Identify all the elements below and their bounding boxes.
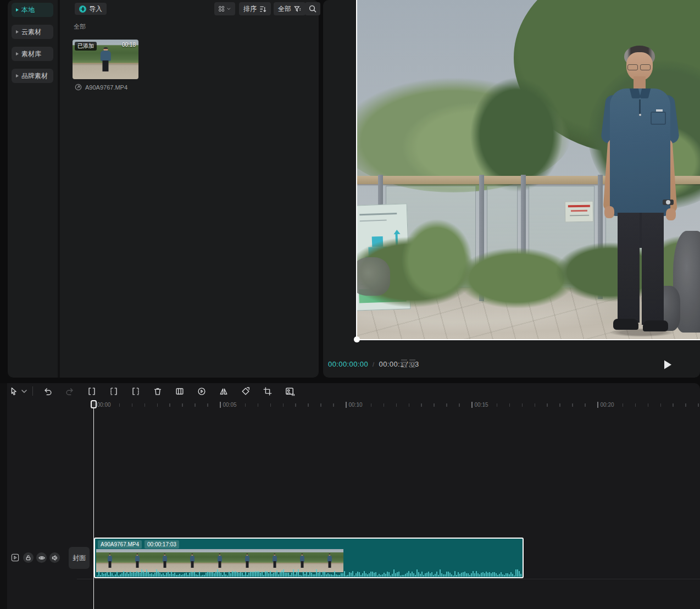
- main-track-icon: [11, 553, 20, 562]
- waveform-bar: [266, 571, 268, 577]
- ruler-tick: [119, 403, 120, 407]
- mute-track-button[interactable]: [49, 552, 60, 563]
- waveform-bar: [492, 572, 493, 577]
- import-button[interactable]: 导入: [75, 3, 107, 15]
- waveform-bar: [168, 572, 169, 577]
- waveform-bar: [367, 574, 368, 577]
- freeze-frame-button[interactable]: [173, 384, 187, 398]
- caret-right-icon: [16, 8, 19, 12]
- clip-duration: 00:00:17:03: [145, 540, 179, 549]
- crop-button[interactable]: [260, 384, 275, 398]
- sidebar-tab-material-library[interactable]: 素材库: [12, 47, 53, 61]
- delete-button[interactable]: [151, 384, 165, 398]
- waveform-bar: [295, 574, 296, 577]
- play-button[interactable]: [662, 358, 674, 370]
- waveform-bar: [415, 575, 416, 577]
- ruler-tick: [295, 403, 296, 407]
- waveform-bar: [392, 574, 393, 577]
- waveform-bar: [395, 573, 396, 577]
- redo-button[interactable]: [63, 384, 77, 398]
- caret-right-icon: [16, 52, 19, 56]
- waveform-bar: [174, 573, 175, 577]
- waveform-bar: [407, 573, 408, 577]
- split-delete-left-button[interactable]: [107, 384, 121, 398]
- cover-button[interactable]: 封面: [69, 547, 90, 569]
- undo-button[interactable]: [41, 384, 55, 398]
- waveform-bar: [293, 569, 294, 577]
- playhead-handle[interactable]: [91, 400, 97, 408]
- waveform-bar: [131, 573, 132, 577]
- clip-name: A90A9767.MP4: [98, 540, 142, 549]
- media-card[interactable]: 已添加 00:18: [73, 40, 138, 79]
- waveform-bar: [271, 574, 273, 577]
- waveform-bar: [403, 575, 404, 577]
- sort-button[interactable]: 排序: [239, 2, 271, 15]
- app-window: 本地 云素材 素材库 品牌素材 导入: [0, 0, 700, 609]
- waveform-bar: [446, 572, 447, 577]
- waveform-bar: [502, 574, 503, 577]
- waveform-bar: [347, 575, 348, 577]
- waveform-bar: [102, 573, 103, 577]
- filter-button[interactable]: 全部: [274, 2, 305, 15]
- search-button[interactable]: [305, 2, 320, 15]
- split-icon: [87, 386, 97, 396]
- mini-person: [218, 553, 222, 568]
- mini-person-legs: [102, 60, 109, 71]
- waveform-bar: [98, 571, 99, 577]
- waveform-bar: [224, 572, 225, 577]
- sidebar-tab-label: 本地: [21, 5, 35, 15]
- lock-track-button[interactable]: [23, 552, 34, 563]
- split-delete-right-button[interactable]: [129, 384, 143, 398]
- waveform-bar: [412, 572, 413, 577]
- split-button[interactable]: [85, 384, 99, 398]
- reverse-button[interactable]: [195, 384, 209, 398]
- ruler-tick: [195, 403, 196, 407]
- hide-track-button[interactable]: [36, 552, 47, 563]
- ruler-tick: [245, 403, 246, 407]
- play-icon: [664, 360, 672, 369]
- waveform-bar: [149, 574, 151, 577]
- waveform-bar: [250, 572, 251, 577]
- sidebar-tab-local[interactable]: 本地: [12, 3, 53, 17]
- waveform-bar: [275, 572, 276, 577]
- waveform-bar: [265, 571, 266, 577]
- smart-cutout-button[interactable]: [282, 384, 297, 398]
- ruler-tick: [497, 403, 498, 407]
- waveform-bar: [126, 572, 127, 577]
- waveform-bar: [379, 574, 380, 577]
- sidebar-tab-brand-material[interactable]: 品牌素材: [12, 69, 53, 83]
- view-mode-button[interactable]: [214, 2, 235, 15]
- waveform-bar: [163, 573, 164, 577]
- sidebar-tab-cloud-material[interactable]: 云素材: [12, 25, 53, 39]
- playhead-line[interactable]: [93, 408, 95, 609]
- waveform-bar: [388, 572, 390, 577]
- waveform-bar: [146, 569, 147, 577]
- waveform-bar: [227, 575, 228, 577]
- waveform-bar: [380, 575, 381, 577]
- waveform-bar: [491, 573, 492, 577]
- timeline-ruler[interactable]: 00:0000:0500:1000:1500:20: [0, 400, 700, 413]
- rotate-button[interactable]: [238, 384, 253, 398]
- waveform-bar: [469, 575, 470, 577]
- waveform-bar: [151, 573, 152, 577]
- media-filename-row: A90A9767.MP4: [75, 84, 127, 91]
- select-tool-dropdown[interactable]: [20, 384, 29, 398]
- display-columns-icon[interactable]: [401, 359, 415, 369]
- waveform-bar: [517, 569, 518, 577]
- waveform-bar: [362, 573, 363, 577]
- ruler-tick: [107, 403, 108, 407]
- waveform-bar: [252, 572, 253, 577]
- waveform-bar: [512, 574, 513, 577]
- video-canvas[interactable]: [356, 0, 700, 340]
- mirror-button[interactable]: [216, 384, 231, 398]
- waveform-bar: [458, 572, 459, 577]
- waveform-bar: [145, 573, 146, 577]
- mini-person-body: [163, 556, 167, 562]
- select-tool-button[interactable]: [7, 384, 21, 398]
- mini-person: [245, 553, 249, 568]
- timeline-clip[interactable]: A90A9767.MP4 00:00:17:03: [94, 538, 524, 578]
- waveform-bar: [179, 574, 180, 577]
- mini-person-body: [100, 51, 110, 61]
- split-left-icon: [109, 386, 119, 396]
- waveform-bar: [499, 574, 500, 577]
